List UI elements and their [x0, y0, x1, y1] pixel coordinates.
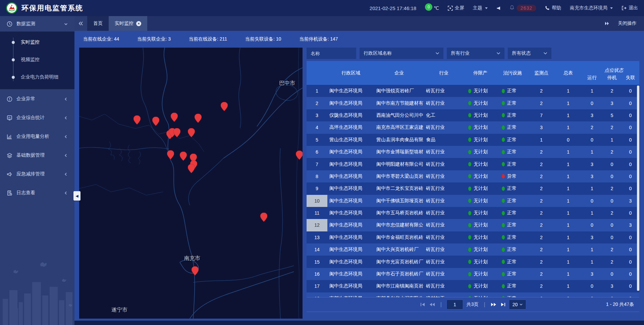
table-row[interactable]: 13阆中生态环境局阆中市金福旺页岩机砖砖瓦行业无计划正常21300	[307, 231, 639, 243]
cell-meters: 1	[555, 182, 582, 195]
status-dot-icon	[468, 272, 471, 276]
cell-industry: 化工	[424, 109, 464, 121]
sidebar-item-base-data-management[interactable]: 基础数据管理	[0, 146, 74, 164]
last-page-button[interactable]	[500, 303, 505, 307]
fullscreen-button[interactable]: 全屏	[448, 5, 464, 11]
org-dropdown[interactable]: 南充市生态环境局	[570, 5, 613, 11]
pagination-divider: |	[440, 302, 442, 308]
cell-limit: 无计划	[464, 146, 497, 158]
table-row[interactable]: 18南部生态环境局南部县兴华水泥有限公建材加工无计划正常60060	[307, 292, 639, 297]
map-pin-icon[interactable]	[260, 213, 267, 222]
table-row[interactable]: 9阆中生态环境局阆中市二龙长宝页岩砖砖瓦行业无计划正常21120	[307, 182, 639, 195]
map-pin-icon[interactable]	[221, 102, 228, 111]
table-row[interactable]: 6阆中生态环境局阆中市金博瑞新型墙材砖瓦行业无计划正常21120	[307, 146, 639, 158]
page-number-input[interactable]	[447, 300, 463, 309]
region-filter-select[interactable]: 行政区域名称	[360, 48, 443, 59]
cell-num: 6	[307, 146, 327, 158]
help-button[interactable]: 帮助	[545, 5, 561, 11]
double-chevron-right-icon[interactable]	[604, 21, 609, 25]
map-pin-icon[interactable]	[173, 128, 180, 137]
logout-button[interactable]: 退出	[622, 5, 638, 11]
status-filter-select[interactable]: 所有状态	[508, 48, 551, 59]
scrollbar-thumb[interactable]	[637, 86, 639, 291]
cell-company: 阆中大兴页岩机砖厂	[374, 243, 424, 256]
map-pin-icon[interactable]	[296, 151, 303, 160]
tabs-scroll-left-button[interactable]	[74, 16, 87, 31]
notifications[interactable]: 2632	[509, 5, 536, 11]
close-operations-button[interactable]: 关闭操作	[618, 20, 637, 26]
sidebar-collapse-handle[interactable]: ◀	[73, 191, 80, 201]
prev-page-button[interactable]	[429, 303, 435, 307]
sound-toggle[interactable]	[496, 6, 501, 10]
filter-bar: 行政区域名称 所有行业 所有状态	[307, 48, 639, 59]
cell-num: 15	[307, 256, 327, 268]
double-chevron-left-icon	[78, 21, 83, 25]
table-row[interactable]: 7阆中生态环境局阆中明阳建材有限公司砖瓦行业无计划正常21300	[307, 158, 639, 170]
map-pin-icon[interactable]	[171, 113, 178, 122]
cell-industry: 砖瓦行业	[424, 146, 464, 158]
sidebar-item-enterprise-abnormal[interactable]: 企业异常	[0, 90, 74, 108]
table-row[interactable]: 17阆中生态环境局阆中市江南镇阆南页岩砖瓦行业无计划正常21030	[307, 280, 639, 292]
table-scrollbar[interactable]	[637, 86, 639, 296]
cell-facility: 正常	[497, 97, 528, 109]
table-row[interactable]: 5营山生态环境局营山县润丰肉食品有限食品无计划正常10010	[307, 134, 639, 146]
fullscreen-icon	[448, 6, 453, 11]
sidebar-item-data-monitoring[interactable]: 数据监测	[0, 16, 74, 32]
cell-facility: 正常	[497, 207, 528, 219]
sidebar-item-log-view[interactable]: 日志查看	[0, 184, 74, 202]
table-row[interactable]: 11阆中生态环境局阆中市五马桥页岩机砖砖瓦行业无计划正常21120	[307, 207, 639, 219]
theme-dropdown[interactable]: 主题	[473, 5, 488, 11]
table-row[interactable]: 15阆中生态环境局阆中市光富页岩机砖厂砖瓦行业无计划正常21120	[307, 256, 639, 268]
table-row[interactable]: 1阆中生态环境局阆中强锐页岩砖厂砖瓦行业无计划正常21120	[307, 85, 639, 97]
table-row[interactable]: 3仪陇生态环境局西南油气田分公司川中化工无计划正常71350	[307, 109, 639, 121]
map-pin-icon[interactable]	[167, 150, 174, 159]
map-pin-icon[interactable]	[133, 115, 141, 124]
tab-realtime-monitor[interactable]: 实时监控 ×	[109, 16, 147, 31]
tab-home[interactable]: 首页	[87, 16, 109, 31]
cell-num: 11	[307, 207, 327, 219]
name-filter-input[interactable]	[307, 48, 356, 59]
map-panel[interactable]: 巴中市南充市遂宁市	[79, 48, 303, 319]
cell-stop: 2	[602, 182, 622, 195]
cell-run: 0	[582, 219, 602, 231]
cell-company: 阆中市金博瑞新型墙材	[374, 146, 424, 158]
table-row[interactable]: 10阆中生态环境局阆中千佛镇五郎垭页岩砖瓦行业无计划正常21003	[307, 195, 639, 207]
sidebar-item-realtime-monitor[interactable]: 实时监控	[0, 34, 74, 51]
close-tab-icon[interactable]: ×	[136, 21, 141, 26]
map-pin-icon[interactable]	[188, 164, 195, 173]
map-pin-icon[interactable]	[152, 117, 159, 126]
map-pin-icon[interactable]	[188, 128, 195, 137]
industry-filter-select[interactable]: 所有行业	[447, 48, 504, 59]
table-header: 行政区域 企业 行业 停限产 治污设施 监测点 总表 点位状态 运行 停机 失联	[307, 61, 639, 85]
table-row[interactable]: 12阆中生态环境局阆中市忠信建材有限公砖瓦行业无计划正常21003	[307, 219, 639, 231]
cell-run: 1	[582, 207, 602, 219]
city-skyline-watermark	[0, 258, 74, 325]
cell-limit: 无计划	[464, 134, 497, 146]
table-row[interactable]: 14阆中生态环境局阆中大兴页岩机砖厂砖瓦行业无计划正常21120	[307, 243, 639, 256]
table-row[interactable]: 8阆中生态环境局阆中市枣碧大梁山页岩砖瓦行业无计划异常21300	[307, 170, 639, 182]
sidebar-item-power-usage-analysis[interactable]: 企业用电量分析	[0, 127, 74, 146]
cell-region: 高坪生态环境局	[327, 121, 374, 133]
sidebar-item-emergency-reduction[interactable]: 应急减排管理	[0, 165, 74, 183]
cell-run: 0	[582, 280, 602, 292]
next-page-button[interactable]	[491, 303, 496, 307]
cell-region: 阆中生态环境局	[327, 231, 374, 243]
map-pin-icon[interactable]	[195, 114, 202, 123]
sidebar-item-enterprise-statistics[interactable]: 企业综合统计	[0, 109, 74, 127]
map-pin-icon[interactable]	[180, 152, 187, 161]
first-page-button[interactable]	[420, 303, 425, 307]
cell-facility: 正常	[497, 109, 528, 121]
sidebar-item-power-load-detail[interactable]: 企业电力负荷明细	[0, 68, 74, 86]
table-row[interactable]: 16阆中生态环境局阆中市石子页岩机砖厂砖瓦行业无计划正常21300	[307, 268, 639, 280]
sidebar-item-video-monitor[interactable]: 视频监控	[0, 51, 74, 68]
table-row[interactable]: 4高坪生态环境局南充市高坪区王家店建砖瓦行业无计划正常31220	[307, 121, 639, 133]
map-pin-icon[interactable]	[192, 266, 199, 275]
cell-num: 8	[307, 170, 327, 182]
status-dot-icon	[502, 211, 505, 215]
page-size-select[interactable]: 20	[509, 300, 526, 309]
table-row[interactable]: 2阆中生态环境局阆中市南方节能建材有砖瓦行业无计划正常21030	[307, 97, 639, 109]
cell-meters: 0	[555, 292, 582, 297]
cell-industry: 砖瓦行业	[424, 219, 464, 231]
cell-region: 阆中生态环境局	[327, 170, 374, 182]
cell-meters: 1	[555, 207, 582, 219]
